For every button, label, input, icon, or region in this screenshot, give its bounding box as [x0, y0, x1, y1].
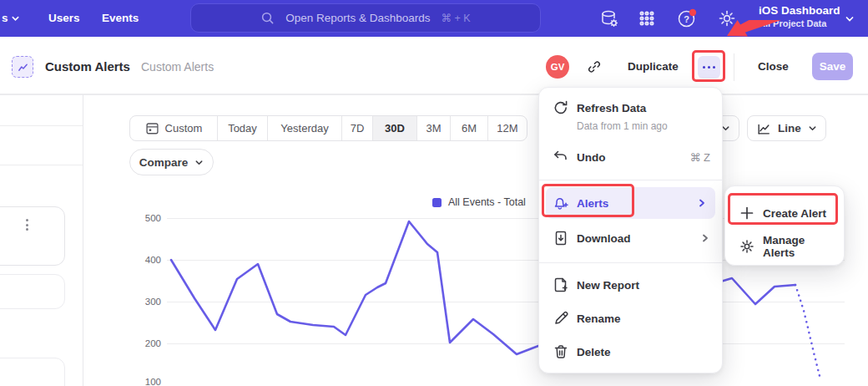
- duplicate-button[interactable]: Duplicate: [628, 60, 679, 73]
- date-range-yesterday[interactable]: Yesterday: [267, 116, 341, 140]
- search-bar[interactable]: Open Reports & Dashboards ⌘ + K: [190, 3, 541, 33]
- menu-item-rename[interactable]: Rename: [539, 302, 722, 335]
- settings-gear-icon[interactable]: [716, 8, 738, 29]
- chevron-down-icon[interactable]: [845, 14, 855, 24]
- project-name: iOS Dashboard: [759, 3, 842, 18]
- report-title: Custom Alerts: [45, 59, 130, 74]
- series-line-dotted: [795, 285, 820, 376]
- date-range-label: Today: [228, 122, 257, 135]
- help-icon[interactable]: ?: [676, 8, 698, 29]
- legend-swatch: [432, 198, 442, 207]
- save-button[interactable]: Save: [812, 53, 853, 80]
- report-breadcrumb: Custom Alerts: [141, 60, 214, 74]
- date-range-7d[interactable]: 7D: [341, 116, 372, 140]
- menu-item-refresh-data[interactable]: Refresh Data: [539, 98, 722, 118]
- sidebar-row-divider: [0, 125, 83, 126]
- menu-item-label: Refresh Data: [577, 102, 646, 114]
- date-range-label: 30D: [385, 122, 405, 135]
- project-scope: All Project Data: [759, 18, 842, 29]
- date-range-6m[interactable]: 6M: [450, 116, 487, 140]
- app-window: 500 400 300 200 100 All Events - Total C…: [0, 0, 868, 386]
- undo-shortcut: ⌘ Z: [689, 151, 710, 164]
- chevron-down-icon: [808, 124, 817, 133]
- download-icon: [553, 230, 569, 246]
- sidebar-query-card[interactable]: [0, 274, 65, 309]
- alerts-submenu: Create Alert Manage Alerts: [724, 185, 845, 266]
- menu-item-label: Rename: [577, 312, 621, 325]
- search-placeholder: Open Reports & Dashboards: [285, 12, 430, 24]
- date-range-label: 12M: [497, 122, 517, 135]
- notification-dot: [689, 9, 696, 16]
- trash-icon: [553, 343, 569, 360]
- menu-item-label: Delete: [577, 346, 611, 358]
- search-shortcut-hint: ⌘ + K: [442, 12, 471, 24]
- chevron-right-icon: [700, 233, 710, 243]
- menu-divider: [539, 180, 722, 180]
- date-range-label: 3M: [426, 122, 441, 135]
- apps-grid-icon[interactable]: [636, 8, 658, 29]
- y-axis-tick-200: 200: [136, 338, 161, 348]
- chevron-down-icon: [11, 14, 20, 23]
- pencil-icon: [553, 310, 569, 327]
- report-toolbar: Custom Alerts Custom Alerts GV Duplicate…: [0, 37, 868, 94]
- menu-divider: [539, 262, 722, 263]
- menu-item-label: New Report: [577, 279, 639, 292]
- undo-icon: [553, 149, 569, 165]
- toolbar-bottom-divider: [0, 94, 868, 95]
- refresh-data-subtitle: Data from 1 min ago: [539, 118, 722, 135]
- search-icon: [260, 11, 275, 25]
- new-report-icon: [553, 277, 569, 293]
- date-range-custom[interactable]: Custom: [130, 116, 217, 140]
- nav-item-events[interactable]: Events: [102, 0, 139, 37]
- date-range-label: Yesterday: [280, 122, 328, 135]
- date-range-3m[interactable]: 3M: [416, 116, 450, 140]
- menu-item-label: Undo: [577, 151, 606, 164]
- gear-icon: [739, 238, 755, 255]
- date-range-today[interactable]: Today: [217, 116, 267, 140]
- menu-item-alerts[interactable]: Alerts: [546, 187, 715, 219]
- menu-item-label: Download: [577, 232, 631, 245]
- date-range-12m[interactable]: 12M: [487, 116, 527, 140]
- menu-item-delete[interactable]: Delete: [539, 335, 722, 368]
- y-axis-tick-500: 500: [136, 213, 161, 223]
- sidebar-query-card[interactable]: [0, 358, 65, 386]
- calendar-icon: [145, 121, 159, 135]
- chevron-down-icon: [194, 158, 204, 167]
- sidebar-query-card[interactable]: [0, 206, 65, 266]
- line-chart-icon: [756, 121, 771, 136]
- sidebar-divider: [83, 94, 83, 386]
- report-options-menu: Refresh Data Data from 1 min ago Undo ⌘ …: [538, 87, 723, 373]
- project-switcher[interactable]: iOS Dashboard All Project Data: [759, 3, 842, 29]
- close-button[interactable]: Close: [758, 60, 789, 73]
- data-management-icon[interactable]: [598, 8, 620, 29]
- chart-type-dropdown[interactable]: Line: [747, 115, 826, 141]
- submenu-item-label: Manage Alerts: [763, 234, 832, 259]
- date-range-label: 7D: [351, 122, 365, 135]
- more-options-button[interactable]: [698, 56, 720, 79]
- chevron-right-icon: [697, 198, 707, 208]
- chart-legend: All Events - Total: [432, 196, 526, 208]
- toolbar-divider: [734, 53, 734, 81]
- report-type-icon: [12, 56, 33, 78]
- svg-text:?: ?: [684, 14, 689, 24]
- menu-item-download[interactable]: Download: [539, 222, 722, 254]
- submenu-item-create-alert[interactable]: Create Alert: [725, 196, 844, 230]
- legend-label: All Events - Total: [448, 196, 526, 208]
- user-avatar[interactable]: GV: [546, 55, 569, 79]
- y-axis-tick-100: 100: [136, 377, 161, 386]
- submenu-item-manage-alerts[interactable]: Manage Alerts: [725, 230, 844, 263]
- date-range-control: Custom Today Yesterday 7D 30D 3M 6M 12M: [129, 115, 527, 141]
- alert-bell-icon: [553, 195, 569, 211]
- menu-item-label: Alerts: [577, 197, 608, 210]
- date-range-30d-selected[interactable]: 30D: [372, 116, 416, 140]
- nav-item-truncated[interactable]: s: [2, 0, 8, 37]
- menu-item-new-report[interactable]: New Report: [539, 268, 722, 302]
- compare-dropdown[interactable]: Compare: [129, 149, 214, 175]
- plus-icon: [739, 205, 755, 221]
- copy-link-icon[interactable]: [586, 58, 603, 75]
- refresh-icon: [553, 99, 569, 116]
- kebab-menu-icon[interactable]: [21, 214, 33, 236]
- nav-item-users[interactable]: Users: [48, 0, 80, 37]
- date-range-label: Custom: [165, 122, 203, 135]
- menu-item-undo[interactable]: Undo ⌘ Z: [539, 141, 722, 173]
